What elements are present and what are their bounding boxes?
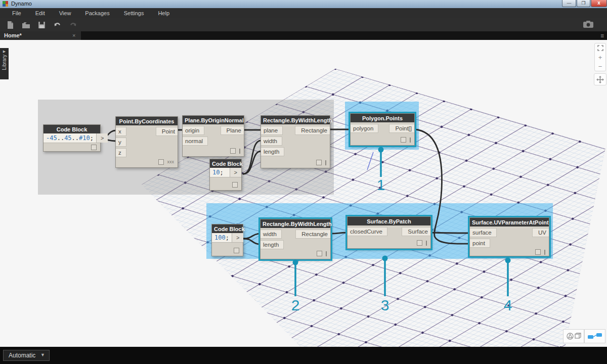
run-mode-value: Automatic [9,352,35,359]
menu-settings[interactable]: Settings [117,10,151,16]
app-icon [3,1,8,7]
tab-home[interactable]: Home* × [0,31,81,40]
tab-close-icon[interactable]: × [72,31,75,39]
tab-overflow-icon[interactable]: ≡ [600,32,604,39]
tab-label: Home* [4,32,22,38]
bottom-bar: Automatic ▼ [0,347,607,364]
graph-view-button[interactable] [584,329,605,343]
title-bar: Dynamo — ❐ x [0,0,607,9]
undo-icon[interactable] [53,21,62,29]
callout-layer [0,0,607,364]
minimize-button[interactable]: — [562,0,576,7]
menu-edit[interactable]: Edit [28,10,52,16]
zoom-controls: + − [594,43,606,71]
callout-3: 3 [379,297,391,314]
zoom-out-button[interactable]: − [595,62,605,71]
menu-file[interactable]: File [5,10,28,16]
expand-arrow-icon: ▶ [3,50,6,54]
annotation-arrow [367,152,373,170]
fit-view-button[interactable] [595,43,605,53]
menu-help[interactable]: Help [151,10,177,16]
callout-2: 2 [289,297,301,314]
toolbar [0,18,607,31]
new-file-icon[interactable] [6,21,15,29]
dynamo-window: Code Block -45..45..#10; > Point.ByCoord… [0,0,607,364]
callout-1: 1 [375,176,387,194]
library-panel-collapsed[interactable]: ▶ Library [0,48,9,79]
menu-view[interactable]: View [52,10,78,16]
zoom-in-button[interactable]: + [595,53,605,62]
menu-bar: File Edit View Packages Settings Help [0,8,607,18]
geometry-preview-button[interactable] [563,329,584,343]
chevron-down-icon: ▼ [40,350,45,360]
pan-button[interactable] [594,73,606,85]
redo-icon[interactable] [69,21,77,29]
camera-icon[interactable] [583,20,594,28]
menu-packages[interactable]: Packages [78,10,116,16]
tab-bar: Home* × ≡ [0,31,607,40]
view-toggle-group [563,329,605,343]
restore-button[interactable]: ❐ [577,0,590,7]
window-title: Dynamo [11,1,32,7]
save-icon[interactable] [37,21,46,29]
open-icon[interactable] [22,21,30,29]
close-button[interactable]: x [591,0,607,7]
library-label: Library [2,55,7,70]
run-mode-dropdown[interactable]: Automatic ▼ [3,350,50,361]
callout-4: 4 [502,297,514,314]
